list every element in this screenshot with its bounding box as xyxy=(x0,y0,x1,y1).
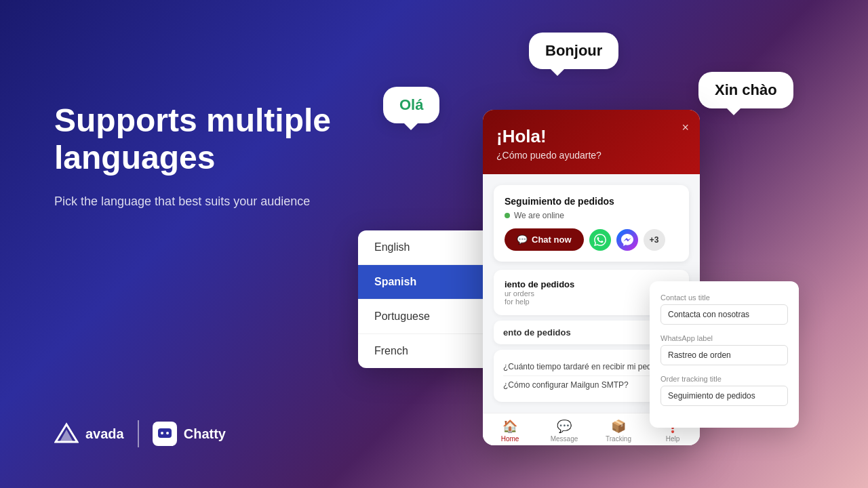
section-2-sub: ur orders xyxy=(505,289,574,298)
svg-rect-2 xyxy=(158,428,172,438)
help-label: Help xyxy=(666,435,680,443)
chat-actions: 💬 Chat now +3 xyxy=(505,228,678,251)
ola-bubble: Olá xyxy=(383,87,439,123)
chat-header: ¡Hola! ¿Cómo puedo ayudarte? × xyxy=(483,110,700,174)
online-dot xyxy=(505,213,510,218)
setting-input-1[interactable]: Contacta con nosotras xyxy=(660,304,788,325)
section-2-info: iento de pedidos ur orders for help xyxy=(505,279,574,306)
order-card: Seguimiento de pedidos We are online 💬 C… xyxy=(494,185,689,262)
tracking-label: Tracking xyxy=(606,435,631,443)
setting-input-2[interactable]: Rastreo de orden xyxy=(660,345,788,365)
chat-now-button[interactable]: 💬 Chat now xyxy=(505,228,584,251)
setting-group-2: WhatsApp label Rastreo de orden xyxy=(660,334,788,365)
online-text: We are online xyxy=(514,211,564,220)
chat-greeting: ¡Hola! xyxy=(496,126,686,147)
avada-logo: avada xyxy=(54,422,124,446)
nav-tracking[interactable]: 📦 Tracking xyxy=(591,419,646,443)
chat-subtext: ¿Cómo puedo ayudarte? xyxy=(496,150,686,161)
chat-icon: 💬 xyxy=(517,235,528,245)
whatsapp-button[interactable] xyxy=(589,229,611,251)
bonjour-bubble: Bonjour xyxy=(529,33,618,69)
svg-point-3 xyxy=(161,432,163,434)
main-title: Supports multiple languages xyxy=(54,102,339,176)
tracking-icon: 📦 xyxy=(611,419,626,434)
setting-label-2: WhatsApp label xyxy=(660,334,788,342)
settings-panel: Contact us title Contacta con nosotras W… xyxy=(650,281,799,428)
setting-input-3[interactable]: Seguimiento de pedidos xyxy=(660,386,788,406)
logo-area: avada Chatty xyxy=(54,420,226,447)
hero-content: Supports multiple languages Pick the lan… xyxy=(54,102,339,211)
nav-message[interactable]: 💬 Message xyxy=(537,419,591,443)
svg-point-4 xyxy=(166,432,169,434)
more-badge[interactable]: +3 xyxy=(644,229,665,251)
logo-divider xyxy=(138,420,139,447)
chat-now-label: Chat now xyxy=(532,235,572,245)
chatty-logo: Chatty xyxy=(153,422,226,446)
online-indicator: We are online xyxy=(505,211,678,220)
section-2-title: iento de pedidos xyxy=(505,279,574,289)
chatty-icon xyxy=(153,422,177,446)
home-icon: 🏠 xyxy=(502,419,517,434)
chatty-label: Chatty xyxy=(184,426,226,442)
setting-group-3: Order tracking title Seguimiento de pedi… xyxy=(660,375,788,406)
section-2-sub2: for help xyxy=(505,298,574,306)
avada-label: avada xyxy=(85,426,124,442)
messenger-button[interactable] xyxy=(616,229,638,251)
home-label: Home xyxy=(501,435,519,443)
xin-chao-bubble: Xin chào xyxy=(698,72,793,108)
setting-label-3: Order tracking title xyxy=(660,375,788,383)
message-label: Message xyxy=(551,435,578,443)
hero-subtitle: Pick the language that best suits your a… xyxy=(54,192,339,211)
avada-icon xyxy=(54,422,79,446)
setting-group-1: Contact us title Contacta con nosotras xyxy=(660,293,788,325)
order-card-title: Seguimiento de pedidos xyxy=(505,196,678,207)
message-icon: 💬 xyxy=(557,419,572,434)
close-button[interactable]: × xyxy=(682,121,689,135)
nav-home[interactable]: 🏠 Home xyxy=(483,419,537,443)
setting-label-1: Contact us title xyxy=(660,293,788,302)
